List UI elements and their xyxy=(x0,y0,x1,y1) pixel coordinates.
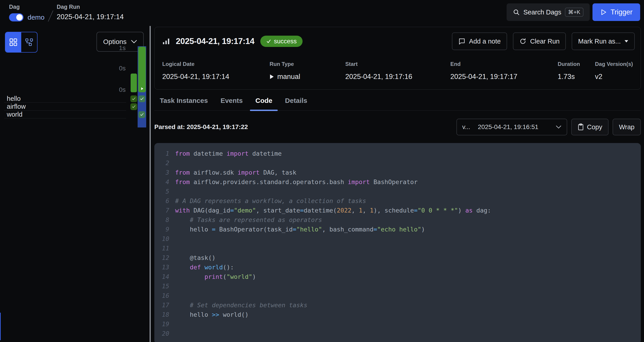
add-note-button[interactable]: Add a note xyxy=(452,32,507,50)
wrap-button[interactable]: Wrap xyxy=(612,119,641,135)
code-line: 8 # Tasks are represented as operators xyxy=(154,215,641,225)
code-line: 1from datetime import datetime xyxy=(154,149,641,158)
code-line: 9 hello = BashOperator(task_id="hello", … xyxy=(154,225,641,234)
dag-run-crumb-value: 2025-04-21, 19:17:14 xyxy=(57,13,124,21)
trigger-label: Trigger xyxy=(610,8,632,16)
play-icon xyxy=(600,9,607,15)
clear-run-button[interactable]: Clear Run xyxy=(513,32,566,50)
meta-start: Start 2025-04-21, 19:17:16 xyxy=(345,61,450,81)
breadcrumb-separator xyxy=(48,10,53,22)
tab-events[interactable]: Events xyxy=(215,95,248,110)
version-value: 2025-04-21, 19:16:51 xyxy=(478,123,556,131)
chevron-down-icon xyxy=(131,40,137,43)
run-status-badge: success xyxy=(260,36,302,47)
graph-view-button[interactable] xyxy=(21,32,37,52)
caret-down-icon xyxy=(624,40,628,43)
task-instance-airflow-run1[interactable] xyxy=(130,103,137,110)
code-line: 10 xyxy=(154,234,641,244)
check-icon xyxy=(266,39,271,44)
task-instance-hello-run1[interactable] xyxy=(130,95,137,102)
code-line: 14 print("world") xyxy=(154,272,641,282)
dag-pause-toggle[interactable] xyxy=(9,13,24,21)
breadcrumb-dag: Dag demo xyxy=(9,3,44,22)
run-header-card: 2025-04-21, 19:17:14 success Add a note xyxy=(154,27,641,90)
axis-tick: 1s xyxy=(119,44,126,52)
run-duration-bar-selected[interactable] xyxy=(138,47,146,92)
dag-name-link[interactable]: demo xyxy=(28,13,44,21)
code-block[interactable]: 1from datetime import datetime23from air… xyxy=(154,143,641,342)
note-icon xyxy=(458,38,466,45)
task-instance-world-run2[interactable] xyxy=(138,111,145,118)
mark-run-as-button[interactable]: Mark Run as... xyxy=(572,32,635,50)
clipboard-icon xyxy=(578,123,584,131)
run-title: 2025-04-21, 19:17:14 xyxy=(176,36,254,46)
breadcrumb: Dag demo Dag Run 2025-04-21, 19:17:14 xyxy=(9,3,124,22)
task-label: hello xyxy=(7,95,20,102)
run-play-icon xyxy=(140,87,144,90)
search-label: Search Dags xyxy=(523,8,561,16)
axis-tick: 0s xyxy=(119,86,126,93)
grid-panel: Options 1s 0s 0s hello airflow world xyxy=(0,26,150,342)
meta-dag-versions: Dag Version(s) v2 xyxy=(595,61,635,81)
tab-details[interactable]: Details xyxy=(280,95,312,110)
task-row-airflow[interactable]: airflow xyxy=(4,103,126,111)
run-metadata: Logical Date 2025-04-21, 19:17:14 Run Ty… xyxy=(162,61,635,81)
tab-code[interactable]: Code xyxy=(250,95,278,110)
view-toggle-group xyxy=(5,32,38,53)
code-toolbar: Parsed at: 2025-04-21, 19:17:22 v... 202… xyxy=(154,119,641,135)
panel-focus-border xyxy=(0,313,1,340)
code-line: 12 @task() xyxy=(154,253,641,263)
graph-icon xyxy=(25,38,34,46)
code-line: 6# A DAG represents a workflow, a collec… xyxy=(154,196,641,206)
chevron-down-icon xyxy=(556,125,561,129)
search-dags-button[interactable]: Search Dags ⌘+K xyxy=(506,3,590,21)
copy-button[interactable]: Copy xyxy=(571,119,609,135)
grid-icon xyxy=(9,38,18,46)
task-label: airflow xyxy=(7,103,26,110)
clear-run-label: Clear Run xyxy=(530,38,560,45)
code-line: 15 xyxy=(154,282,641,291)
top-bar: Dag demo Dag Run 2025-04-21, 19:17:14 Se… xyxy=(0,0,644,26)
grid-view-button[interactable] xyxy=(6,32,21,52)
run-status-text: success xyxy=(274,38,297,45)
add-note-label: Add a note xyxy=(469,38,501,45)
code-line: 19 xyxy=(154,320,641,329)
search-shortcut-kbd: ⌘+K xyxy=(565,8,584,17)
search-icon xyxy=(513,9,520,15)
tab-task-instances[interactable]: Task Instances xyxy=(154,95,213,110)
dag-version-select[interactable]: v... 2025-04-21, 19:16:51 xyxy=(456,119,567,135)
code-line: 5 xyxy=(154,187,641,196)
run-detail-panel: 2025-04-21, 19:17:14 success Add a note xyxy=(151,26,644,342)
task-label: world xyxy=(7,111,22,118)
task-instance-hello-run2[interactable] xyxy=(138,95,145,102)
meta-logical-date: Logical Date 2025-04-21, 19:17:14 xyxy=(162,61,270,81)
meta-run-type: Run Type manual xyxy=(270,61,345,81)
task-row-world[interactable]: world xyxy=(4,111,126,118)
code-line: 20 xyxy=(154,329,641,339)
code-line: 18 hello >> world() xyxy=(154,310,641,320)
breadcrumb-dag-run: Dag Run 2025-04-21, 19:17:14 xyxy=(57,3,124,22)
code-line: 17 # Set dependencies between tasks xyxy=(154,301,641,310)
parsed-at-text: Parsed at: 2025-04-21, 19:17:22 xyxy=(154,123,248,131)
refresh-icon xyxy=(519,38,526,45)
code-line: 4from airflow.providers.standard.operato… xyxy=(154,177,641,187)
mark-run-as-label: Mark Run as... xyxy=(578,38,621,45)
code-line: 7with DAG(dag_id="demo", start_date=date… xyxy=(154,206,641,215)
copy-label: Copy xyxy=(587,123,602,131)
dag-crumb-label: Dag xyxy=(9,3,44,10)
airflow-app: Dag demo Dag Run 2025-04-21, 19:17:14 Se… xyxy=(0,0,644,342)
manual-run-icon xyxy=(270,74,274,79)
bar-chart-icon xyxy=(162,37,170,45)
wrap-label: Wrap xyxy=(619,123,634,131)
version-prefix: v... xyxy=(462,123,470,131)
code-line: 11 xyxy=(154,244,641,253)
meta-end: End 2025-04-21, 19:17:17 xyxy=(450,61,558,81)
axis-tick: 0s xyxy=(119,65,126,72)
task-row-hello[interactable]: hello xyxy=(4,95,126,103)
detail-tabs: Task Instances Events Code Details xyxy=(154,95,641,111)
code-line: 13 def world(): xyxy=(154,263,641,272)
code-line: 2 xyxy=(154,158,641,168)
dag-run-crumb-label: Dag Run xyxy=(57,3,124,10)
run-duration-bar-previous[interactable] xyxy=(130,74,137,92)
trigger-button[interactable]: Trigger xyxy=(592,3,640,21)
